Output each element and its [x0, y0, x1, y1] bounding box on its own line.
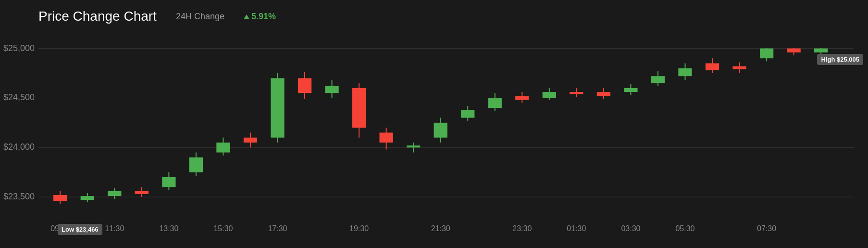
svg-rect-39: [461, 110, 474, 117]
svg-rect-61: [760, 49, 773, 59]
svg-rect-57: [706, 63, 719, 70]
svg-rect-33: [379, 132, 393, 143]
up-arrow-icon: [244, 14, 249, 19]
svg-rect-31: [352, 88, 366, 128]
svg-rect-59: [732, 66, 746, 69]
svg-rect-11: [81, 196, 94, 200]
candlestick-chart: $23,500$24,000$24,500$25,00009:3011:3013…: [0, 29, 868, 236]
low-label: Low $23,466: [58, 224, 102, 235]
high-value: $25,005: [837, 56, 859, 63]
svg-rect-53: [651, 76, 665, 83]
svg-text:11:30: 11:30: [105, 224, 124, 233]
svg-rect-51: [624, 88, 637, 92]
svg-rect-9: [53, 195, 67, 201]
chart-container: Price Change Chart 24H Change 5.91% $23,…: [0, 0, 868, 248]
svg-text:$25,000: $25,000: [3, 43, 35, 53]
svg-text:$24,500: $24,500: [3, 92, 35, 102]
svg-text:$23,500: $23,500: [3, 192, 35, 201]
svg-rect-15: [135, 191, 149, 194]
svg-rect-17: [162, 177, 175, 187]
svg-text:17:30: 17:30: [268, 224, 287, 233]
svg-rect-43: [515, 96, 529, 100]
chart-header: Price Change Chart 24H Change 5.91%: [0, 0, 868, 29]
svg-text:05:30: 05:30: [675, 224, 694, 233]
svg-text:15:30: 15:30: [213, 224, 233, 233]
svg-rect-41: [488, 98, 502, 108]
svg-rect-13: [108, 191, 121, 196]
svg-rect-35: [407, 145, 420, 147]
svg-rect-27: [298, 78, 311, 93]
change-indicator: 5.91%: [244, 12, 276, 22]
change-label: 24H Change: [176, 12, 224, 22]
svg-rect-55: [678, 68, 692, 76]
svg-rect-45: [543, 92, 556, 98]
svg-rect-25: [271, 78, 284, 137]
svg-rect-21: [216, 143, 230, 153]
low-value: $23,466: [76, 226, 99, 233]
svg-rect-19: [189, 157, 203, 172]
svg-rect-37: [434, 123, 447, 138]
svg-text:21:30: 21:30: [431, 224, 450, 233]
svg-text:01:30: 01:30: [567, 224, 586, 233]
svg-text:07:30: 07:30: [757, 224, 776, 233]
svg-rect-23: [244, 138, 257, 143]
svg-text:03:30: 03:30: [621, 224, 640, 233]
svg-text:19:30: 19:30: [349, 224, 369, 233]
high-label: High $25,005: [817, 54, 863, 65]
change-value: 5.91%: [251, 12, 276, 21]
svg-text:$24,000: $24,000: [3, 142, 35, 152]
svg-text:13:30: 13:30: [159, 224, 178, 233]
svg-rect-65: [814, 49, 828, 52]
svg-rect-49: [597, 92, 610, 96]
chart-title: Price Change Chart: [38, 9, 157, 24]
chart-area: $23,500$24,000$24,500$25,00009:3011:3013…: [0, 29, 868, 236]
svg-rect-63: [787, 49, 800, 52]
svg-rect-47: [570, 92, 583, 94]
svg-text:23:30: 23:30: [512, 224, 532, 233]
svg-rect-29: [325, 86, 338, 93]
